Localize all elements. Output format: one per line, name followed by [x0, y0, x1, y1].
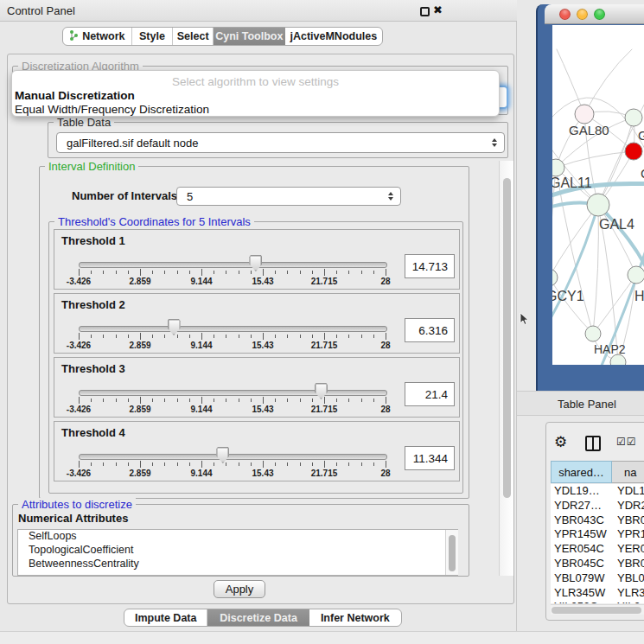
attribute-item-betweennesscentrality[interactable]: BetweennessCentrality — [18, 558, 457, 571]
slider-tick-label: 15.43 — [252, 405, 273, 414]
cell-shared-name[interactable]: YDR27… — [551, 499, 612, 513]
slider-track[interactable] — [79, 262, 387, 268]
threshold-value-field[interactable]: 6.316 — [405, 318, 455, 342]
tab-network[interactable]: Network — [63, 28, 132, 45]
column-header-shared-name[interactable]: shared… — [551, 461, 612, 483]
close-traffic-light[interactable] — [559, 9, 571, 20]
cell-name[interactable]: YBR0 — [612, 513, 644, 528]
table-hscrollbar[interactable] — [551, 604, 644, 615]
cell-shared-name[interactable]: YER054C — [551, 542, 612, 557]
settings-scrollbar-thumb[interactable] — [503, 178, 511, 498]
minimize-traffic-light[interactable] — [577, 9, 588, 20]
cell-shared-name[interactable]: YBR045C — [551, 557, 612, 571]
bottom-tab-bar: Impute DataDiscretize DataInfer Network — [124, 609, 402, 627]
slider-tick — [348, 399, 349, 402]
slider-tick — [336, 462, 337, 466]
tab-label: jActiveMNodules — [290, 30, 377, 42]
slider-tick-label: 15.43 — [252, 341, 273, 350]
algorithm-option-manual[interactable]: Manual Discretization — [15, 89, 135, 102]
slider-tick-label: 2.859 — [129, 469, 150, 478]
tab-impute-data[interactable]: Impute Data — [124, 609, 207, 626]
table-row[interactable]: YDL19…YDL1 — [551, 484, 644, 499]
slider-tick — [312, 335, 313, 338]
threshold-value-field[interactable]: 11.344 — [405, 446, 455, 470]
split-view-icon[interactable] — [585, 436, 601, 451]
cell-name[interactable]: YDR2 — [612, 499, 644, 513]
tab-style[interactable]: Style — [132, 28, 174, 45]
threshold-value-field[interactable]: 21.4 — [405, 382, 455, 406]
network-window-titlebar[interactable] — [545, 4, 644, 24]
table-data-select[interactable]: galFiltered.sif default node — [56, 132, 505, 153]
cell-shared-name[interactable]: YPR145W — [551, 527, 612, 542]
float-window-icon[interactable] — [420, 7, 430, 16]
cell-name[interactable]: YER0 — [612, 542, 644, 557]
cell-shared-name[interactable]: YBL079W — [551, 571, 612, 586]
tab-label: Impute Data — [135, 612, 197, 624]
tab-infer-network[interactable]: Infer Network — [309, 609, 401, 626]
slider-tick — [263, 461, 264, 468]
column-header-name[interactable]: na — [612, 461, 644, 483]
table-row[interactable]: YDR27…YDR2 — [551, 499, 644, 513]
attribute-item-selfloops[interactable]: SelfLoops — [18, 530, 457, 544]
slider-tick — [336, 335, 337, 338]
cell-name[interactable]: YBL0 — [612, 571, 644, 586]
slider-track[interactable] — [79, 454, 387, 460]
algorithm-option-equal-width[interactable]: Equal Width/Frequency Discretization — [15, 103, 209, 116]
slider-tick — [287, 399, 288, 402]
slider-track[interactable] — [79, 390, 387, 396]
attributes-scrollbar-thumb[interactable] — [449, 535, 456, 571]
network-graph: GAL80GACGAL11GAL4GCY1HHAP2 — [552, 25, 644, 365]
close-icon[interactable]: ✖ — [433, 3, 443, 16]
slider-handle[interactable] — [168, 319, 181, 335]
slider-tick — [214, 462, 214, 466]
zoom-traffic-light[interactable] — [594, 9, 605, 20]
slider-tick-label: 9.144 — [190, 405, 212, 414]
checkbox-icons[interactable]: ☑☑ — [616, 436, 637, 448]
cell-name[interactable]: YPR1 — [612, 527, 644, 542]
attributes-list-scrollbar[interactable] — [445, 530, 458, 575]
tab-jactivemnodules[interactable]: jActiveMNodules — [285, 28, 382, 45]
table-row[interactable]: YBR045CYBR0 — [551, 557, 644, 571]
cell-name[interactable]: YLR3 — [612, 586, 644, 601]
attributes-list[interactable]: SelfLoopsTopologicalCoefficientBetweenne… — [17, 529, 458, 576]
cell-name[interactable]: YIL0 — [612, 600, 644, 603]
slider-handle[interactable] — [249, 255, 262, 271]
table-row[interactable]: YER054CYER0 — [551, 542, 644, 557]
table-row[interactable]: YBR043CYBR0 — [551, 513, 644, 528]
slider-tick — [214, 271, 214, 274]
cell-shared-name[interactable]: YBR043C — [551, 513, 612, 528]
tab-label: Cyni Toolbox — [215, 30, 283, 42]
slider-tick — [324, 461, 325, 468]
tab-discretize-data[interactable]: Discretize Data — [207, 609, 309, 626]
numerical-attributes-label: Numerical Attributes — [18, 512, 128, 525]
slider-tick — [189, 399, 190, 402]
cell-shared-name[interactable]: YDL19… — [551, 484, 612, 499]
slider-tick — [300, 335, 301, 338]
table-row[interactable]: YBL079WYBL0 — [551, 571, 644, 586]
cell-name[interactable]: YDL1 — [612, 484, 644, 499]
table-hscrollbar-thumb[interactable] — [552, 607, 641, 614]
cell-shared-name[interactable]: YIL052C — [551, 600, 612, 603]
slider-handle[interactable] — [216, 447, 229, 463]
tab-label: Style — [139, 30, 165, 42]
threshold-value-field[interactable]: 14.713 — [405, 254, 455, 278]
slider-handle[interactable] — [315, 383, 328, 399]
gear-icon[interactable]: ⚙ — [554, 433, 567, 450]
settings-scrollbar[interactable] — [499, 161, 513, 576]
slider-tick — [386, 397, 386, 404]
slider-tick — [226, 271, 226, 274]
cell-name[interactable]: YBR0 — [612, 557, 644, 571]
table-row[interactable]: YIL052CYIL0 — [551, 600, 644, 603]
cell-shared-name[interactable]: YLR345W — [551, 586, 612, 601]
attribute-item-topologicalcoefficient[interactable]: TopologicalCoefficient — [18, 544, 457, 558]
slider-tick — [128, 399, 129, 402]
table-row[interactable]: YLR345WYLR3 — [551, 586, 644, 601]
table-row[interactable]: YPR145WYPR1 — [551, 527, 644, 542]
tab-select[interactable]: Select — [173, 28, 214, 45]
num-intervals-select[interactable]: 5 — [176, 187, 401, 206]
network-canvas[interactable]: GAL80GACGAL11GAL4GCY1HHAP2 — [552, 25, 644, 365]
apply-button[interactable]: Apply — [214, 580, 265, 598]
slider-tick — [189, 462, 190, 466]
tab-cyni-toolbox[interactable]: Cyni Toolbox — [214, 28, 285, 45]
slider-track[interactable] — [79, 326, 387, 332]
